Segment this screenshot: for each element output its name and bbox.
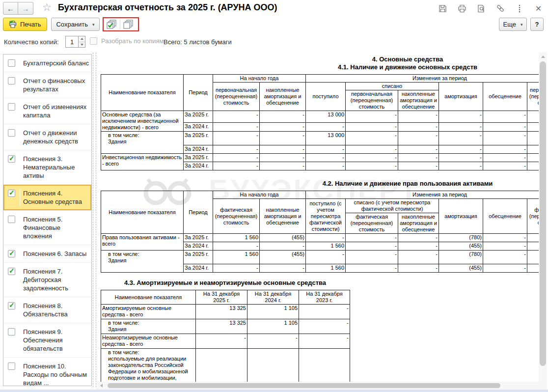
- data-cell: -: [439, 154, 483, 162]
- sidebar-item-label: Пояснения 7. Дебиторская задолженность: [23, 267, 89, 292]
- forward-button[interactable]: →: [18, 2, 33, 15]
- col-header: обесценение: [483, 199, 527, 234]
- data-cell: -: [527, 122, 539, 131]
- sidebar-item-note3-intangibles[interactable]: Пояснения 3. Нематериальные активы: [3, 150, 91, 184]
- period-cell: За 2024 г.: [184, 122, 213, 131]
- col-header: первоначальная (переоцененная) стоимость: [346, 90, 398, 111]
- checkbox-unchecked[interactable]: [8, 129, 15, 137]
- col-group-header: На начало года: [213, 191, 306, 199]
- print-icon[interactable]: [457, 4, 466, 13]
- table-row: Основные средства (за исключением инвест…: [101, 111, 539, 123]
- table-row: Права пользования активами - всего За 20…: [101, 234, 539, 242]
- sidebar-item-note10-expenses[interactable]: Пояснения 10. Расходы по обычным видам .…: [3, 357, 91, 386]
- table-4-1: Наименование показателя Период На начало…: [101, 74, 539, 170]
- sidebar-splitter[interactable]: [93, 53, 96, 387]
- horizontal-scrollbar[interactable]: [97, 382, 539, 390]
- horizontal-scrollbar-thumb[interactable]: [108, 383, 500, 388]
- checkbox-checked[interactable]: [8, 155, 15, 163]
- data-cell: -: [483, 242, 527, 251]
- more-button[interactable]: Еще ▾: [499, 18, 527, 31]
- close-icon[interactable]: ✕: [534, 4, 543, 13]
- stepper-up-button[interactable]: [79, 36, 85, 42]
- report-preview: БУХЭКСПЕРТ 4. Основные средства 4.1. Нал…: [97, 52, 539, 382]
- sidebar-item-label: Пояснения 3. Нематериальные активы: [23, 155, 89, 180]
- col-header: поступило (с учетом пересмотра фактическ…: [306, 199, 346, 234]
- checkbox-unchecked[interactable]: [8, 59, 15, 67]
- sidebar-item-note6-inventory[interactable]: Пояснения 6. Запасы: [3, 245, 91, 262]
- print-button[interactable]: Печать: [3, 18, 47, 31]
- save-icon[interactable]: [438, 4, 447, 13]
- data-cell: -: [260, 162, 306, 170]
- print-preview-icon[interactable]: [476, 4, 486, 13]
- sidebar-item-capital-changes[interactable]: Отчет об изменениях капитала: [3, 98, 91, 124]
- vertical-scrollbar-thumb[interactable]: [540, 61, 546, 366]
- data-cell: (455): [260, 234, 306, 242]
- data-cell: -: [299, 334, 350, 349]
- select-all-pages-button[interactable]: [104, 18, 120, 30]
- sidebar-item-balance[interactable]: Бухгалтерский баланс: [3, 55, 91, 72]
- data-cell: -: [439, 132, 483, 145]
- col-header: Наименование показателя: [101, 75, 184, 111]
- save-dropdown-button[interactable]: Сохранить ▾: [51, 18, 100, 31]
- checkbox-checked[interactable]: [8, 302, 15, 309]
- deselect-all-pages-button[interactable]: [120, 18, 137, 30]
- chevron-down-icon: ▾: [92, 22, 95, 27]
- checkbox-unchecked[interactable]: [8, 328, 15, 336]
- sidebar-item-cash-flow[interactable]: Отчет о движении денежных средств: [3, 124, 91, 150]
- data-cell: -: [346, 242, 398, 251]
- stepper-down-button[interactable]: [79, 42, 85, 48]
- data-cell: [247, 349, 299, 382]
- more-dots-icon[interactable]: [515, 4, 524, 13]
- data-cell: -: [346, 132, 398, 145]
- col-header: накопленные амортизация и обесценение: [398, 213, 439, 234]
- col-group-header: Изменения за период: [306, 191, 539, 199]
- checkbox-checked[interactable]: [8, 190, 15, 197]
- back-arrow-icon: ←: [7, 4, 14, 13]
- row-label: в том числе: Здания: [101, 132, 184, 154]
- favorite-star-icon[interactable]: ☆: [42, 1, 52, 13]
- col-header: фактическая (переоцененная) стоимость: [527, 199, 539, 234]
- sidebar-item-label: Пояснения 5. Финансовые вложения: [23, 215, 89, 240]
- data-cell: (455): [439, 264, 483, 273]
- copies-count-input[interactable]: [65, 36, 78, 48]
- data-cell: -: [213, 242, 260, 251]
- checkbox-checked[interactable]: [8, 268, 15, 275]
- help-button[interactable]: ?: [530, 18, 544, 31]
- more-button-label: Еще: [503, 21, 516, 28]
- collate-checkbox-group: Разобрать по копиям: [90, 37, 164, 45]
- data-cell: 1 560: [306, 242, 346, 251]
- print-button-printer-icon: [9, 21, 17, 28]
- data-cell: -: [398, 145, 439, 154]
- down-arrow-icon: [81, 44, 83, 46]
- scroll-up-button[interactable]: [539, 53, 547, 60]
- checkbox-checked[interactable]: [8, 250, 15, 257]
- checkbox-unchecked[interactable]: [8, 216, 15, 223]
- data-cell: -: [483, 251, 527, 264]
- sidebar-item-note4-fixed-assets[interactable]: Пояснения 4. Основные средства: [3, 184, 91, 210]
- data-cell: -: [483, 234, 527, 242]
- sidebar-item-note7-receivables[interactable]: Пояснения 7. Дебиторская задолженность: [3, 262, 91, 297]
- col-header: поступило: [306, 83, 346, 111]
- sidebar-item-note9-provisions[interactable]: Пояснения 9. Обеспечения обязательств: [3, 323, 91, 357]
- checkbox-unchecked[interactable]: [8, 77, 15, 84]
- back-button[interactable]: ←: [3, 2, 18, 15]
- data-cell: 1 560: [213, 234, 260, 242]
- period-cell: За 2025 г.: [184, 111, 213, 123]
- vertical-scrollbar[interactable]: [539, 52, 547, 390]
- col-group-header: На начало года: [213, 75, 306, 83]
- section-title: 4. Основные средства: [101, 56, 539, 63]
- sidebar-item-fin-results[interactable]: Отчет о финансовых результатах: [3, 72, 91, 98]
- data-cell: -: [346, 162, 398, 170]
- checkbox-unchecked[interactable]: [8, 103, 15, 111]
- data-cell: -: [306, 162, 346, 170]
- data-cell: 1 560: [306, 264, 346, 273]
- checkbox-unchecked[interactable]: [8, 363, 15, 370]
- data-cell: -: [247, 334, 299, 349]
- data-cell: [196, 349, 247, 382]
- link-icon[interactable]: [495, 4, 505, 13]
- sidebar-item-note8-liabilities[interactable]: Пояснения 8. Обязательства: [3, 297, 91, 323]
- scroll-left-button[interactable]: [98, 382, 105, 390]
- sidebar-item-note5-investments[interactable]: Пояснения 5. Финансовые вложения: [3, 210, 91, 245]
- deselect-all-pages-icon: [123, 20, 134, 29]
- data-cell: -: [398, 122, 439, 131]
